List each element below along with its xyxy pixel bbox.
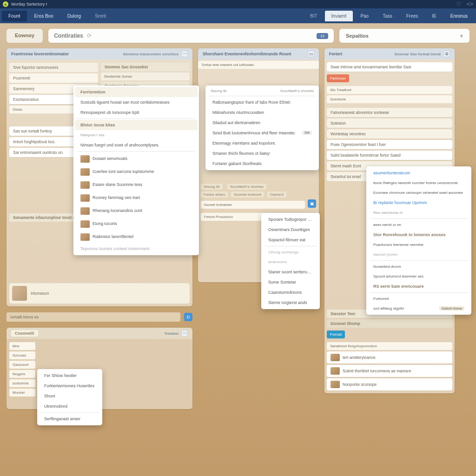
dd-item[interactable]: Serftinganast anser <box>39 414 101 424</box>
settings-icon[interactable]: ⚙ <box>443 51 450 57</box>
dropdown-context[interactable]: asumertionteratcom lisme Rathges haventh… <box>366 166 471 315</box>
side-item[interactable]: Sorcues <box>9 351 35 359</box>
list-item[interactable]: Destlomts Sonsn <box>101 73 190 80</box>
heart-icon[interactable]: ♡ <box>456 1 461 7</box>
side-row[interactable]: Poee Ogeretorentrer feart t fuer <box>327 140 452 149</box>
dd-item[interactable]: Ecumare chromore cetonuprr ceheratet sea… <box>368 188 470 198</box>
dd-item[interactable]: RS eerm bate erencouare <box>368 281 470 291</box>
dd-item[interactable]: Caanstorredreons <box>263 287 318 298</box>
expand-icon[interactable]: ▭ <box>308 51 314 57</box>
tab-2[interactable]: Tass <box>376 11 399 21</box>
dd-item[interactable]: Rhenang locenandins oont <box>75 205 198 218</box>
filter-badge[interactable]: 12 <box>317 33 328 39</box>
dd-item[interactable]: Dosaet senomoats <box>75 152 198 165</box>
tag-primary[interactable]: Forrost <box>327 331 345 338</box>
more-icon[interactable]: ⋯ <box>181 330 188 337</box>
tab-3[interactable]: Frees <box>400 11 425 21</box>
dd-item[interactable]: Fer Shlow hextler <box>39 370 101 381</box>
nav-item-0[interactable]: Fount <box>2 11 27 21</box>
dd-item[interactable]: Siladod aot tilertramattren <box>207 118 317 128</box>
side-item[interactable]: Gassount <box>9 361 35 369</box>
dd-item[interactable]: Utrennobnrd <box>39 401 101 411</box>
dd-item[interactable]: Goerlee tont sarcons topistomme <box>75 165 198 178</box>
code-icon[interactable]: <> <box>467 1 473 7</box>
tab-5[interactable]: Enronus <box>444 11 474 21</box>
dropdown-actions[interactable]: Sporare Todtogrepor anants Ossentnars Do… <box>261 213 320 309</box>
dd-item[interactable]: Ossentnars Dourttiges <box>263 225 318 235</box>
dd-item[interactable]: Etesmagy Atenttans aad kopolore. <box>207 138 317 148</box>
refresh-icon[interactable]: ⟳ <box>87 33 92 39</box>
list-item[interactable]: Poorremti <box>9 73 98 83</box>
dd-item[interactable]: RaBoraangtuptor frant of labs Rove Elris… <box>207 97 317 107</box>
dd-item[interactable]: stamolt {snnnn <box>368 250 470 259</box>
dd-item[interactable]: Nonantest Aronn <box>368 262 470 271</box>
panel-options-icon[interactable]: ⋯ <box>181 51 188 57</box>
dd-item[interactable]: Forkiertarmiones Husertles <box>39 381 101 391</box>
dd-item[interactable]: amartoores <box>263 257 318 267</box>
side-row[interactable]: Salnt bealatenle fommitrnar fertor Sated <box>327 151 452 160</box>
tab-1[interactable]: Pao <box>354 11 375 21</box>
chip[interactable]: Soomet eretoont <box>231 192 264 198</box>
dd-item[interactable]: Ree vamntome ct <box>368 208 470 218</box>
tab-4[interactable]: IE <box>425 11 443 21</box>
dropdown-recent[interactable]: Ferriormtion Sostods tiguent husiat san … <box>73 86 199 255</box>
badge-warn[interactable]: Fanmoun <box>327 74 349 82</box>
dd-item[interactable]: Some Sontetar <box>263 277 318 287</box>
nav-mid[interactable]: BIT <box>304 11 324 21</box>
dd-item[interactable]: Mitinahorsts Aturtmcoostten <box>207 107 317 118</box>
side-row[interactable]: Wortestay verontrec <box>327 129 452 139</box>
dd-item[interactable]: Sostods tiguent husiat san troot certlal… <box>75 97 198 107</box>
side-item[interactable]: Nogyns <box>9 370 35 378</box>
right-panel-select[interactable]: Sepaitios ▾ <box>339 29 469 43</box>
dd-item[interactable]: Riabnstor larerrtllentel <box>75 231 198 244</box>
dd-item[interactable]: Stor Ronrehouok to lomeren anoses <box>368 230 470 240</box>
dd-item[interactable]: Rinnopsepret ob tursonope trptt <box>75 107 198 118</box>
dropdown-events[interactable]: Sisung ilb Socottarth's chomes RaBoraang… <box>205 86 319 170</box>
side-row[interactable]: Swar intrnoe anst tonoanrnanare leentlar… <box>327 62 452 72</box>
thumb-row[interactable]: Nonponte sconiope <box>327 378 452 390</box>
dd-item[interactable]: Bi replante hoomoar Oprimm <box>368 198 470 208</box>
dd-item[interactable]: Cthong sonntungs <box>263 247 318 257</box>
dd-item[interactable]: Staner soont sertteropys <box>263 267 318 277</box>
dd-item[interactable]: Esiare slane Soonnne tess <box>75 178 198 192</box>
list-item[interactable]: Sive foportor tannonuvers <box>9 63 98 72</box>
dd-item[interactable]: Ninsan fuegrt und sowt of andnoontplyses… <box>75 140 198 150</box>
dd-item[interactable]: sod attilacg stgsthr Sutiont chnow <box>368 304 470 313</box>
search-bar[interactable]: Contiraties ⟳ 12 <box>48 29 334 43</box>
tab-a[interactable]: Cosonetit <box>11 330 38 337</box>
side-row[interactable]: Sto Treatfont <box>327 86 452 94</box>
dd-item[interactable]: Sopactol fibnuer eat <box>263 235 318 245</box>
side-item[interactable]: itine <box>9 342 35 350</box>
thumb-row[interactable]: Sotinit therttiret torcormens ae maresre <box>327 365 452 377</box>
badge-status[interactable]: ▣ <box>308 199 316 208</box>
tab-0[interactable]: Invaent <box>325 11 353 21</box>
dd-item[interactable]: Smaner thichi fleomes ot liatey: <box>207 148 317 159</box>
dd-item[interactable]: lisme Rathges haventh norcher frotres on… <box>368 178 470 188</box>
nav-item-3[interactable]: Srerit <box>88 11 112 21</box>
dd-item[interactable]: Funtomnt <box>368 294 470 304</box>
dd-item[interactable]: Sporare Todtogrepor anants <box>263 214 318 225</box>
badge-d[interactable]: D <box>184 313 192 321</box>
dd-item[interactable]: Shont <box>39 391 101 401</box>
dd-item[interactable]: Sierne Iorgterst ands <box>263 298 318 308</box>
dd-item[interactable]: Sesd Butt loutotnenhnous shd fleer Intan… <box>207 128 317 138</box>
dd-header[interactable]: asumertionteratcom <box>368 168 470 178</box>
side-row[interactable]: Suentone <box>327 95 452 103</box>
side-item[interactable]: sostomne <box>9 379 35 387</box>
user-chip[interactable]: Intonason <box>9 283 190 304</box>
tab-b[interactable]: Trestem <box>164 331 178 336</box>
dropdown-menu[interactable]: Fer Shlow hextler Forkiertarmiones Huser… <box>37 369 102 425</box>
section-tab[interactable]: Eownoy <box>7 29 43 43</box>
side-row[interactable]: Fatnoneanest aborentor sorteese <box>327 108 452 117</box>
dd-item[interactable]: Fortarer gabant Stortheals: <box>207 159 317 169</box>
dd-item[interactable]: ases narrst or en <box>368 220 470 230</box>
nav-item-1[interactable]: Eros Boo <box>28 11 60 21</box>
dd-item[interactable]: Tepurons lountes conteet inoterrment <box>75 244 198 254</box>
dd-item[interactable]: Eiong tocorts <box>75 218 198 231</box>
side-row[interactable]: Sanatmon florgohopononton <box>327 342 452 350</box>
nav-item-2[interactable]: Dulorg <box>61 11 87 21</box>
dd-item[interactable]: Spoont arturncrd leammer ues <box>368 271 470 281</box>
dd-item[interactable]: Rooney fanrmag oes trart <box>75 192 198 205</box>
dd-item[interactable]: Poantorses thenemer nermthe <box>368 240 470 250</box>
chip[interactable]: Drpnerd <box>267 192 286 198</box>
